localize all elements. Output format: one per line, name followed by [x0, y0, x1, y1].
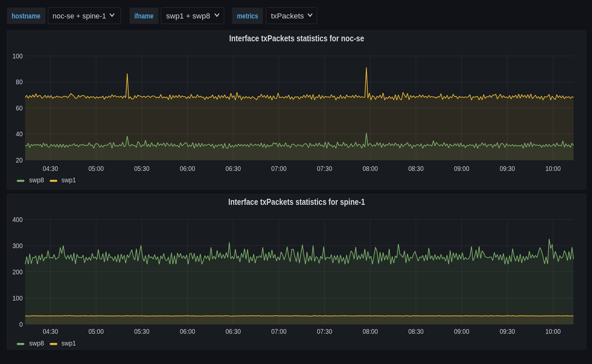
svg-text:06:00: 06:00 [180, 327, 195, 335]
svg-text:08:00: 08:00 [363, 165, 378, 172]
svg-text:05:30: 05:30 [134, 327, 150, 335]
svg-text:06:00: 06:00 [180, 165, 195, 172]
svg-text:400: 400 [12, 216, 23, 223]
svg-text:08:30: 08:30 [408, 165, 424, 172]
svg-text:Interface txPackets statistics: Interface txPackets statistics for spine… [228, 197, 365, 207]
svg-text:ifname: ifname [134, 12, 154, 20]
svg-text:09:30: 09:30 [500, 165, 515, 172]
svg-text:08:30: 08:30 [408, 327, 424, 335]
svg-text:80: 80 [16, 78, 23, 86]
svg-text:06:30: 06:30 [225, 165, 241, 172]
svg-text:09:00: 09:00 [454, 327, 469, 335]
svg-text:07:30: 07:30 [317, 165, 332, 172]
svg-text:metrics: metrics [237, 12, 258, 20]
svg-text:09:30: 09:30 [500, 327, 515, 335]
svg-text:60: 60 [16, 104, 23, 112]
svg-text:07:00: 07:00 [271, 327, 287, 335]
svg-text:noc-se + spine-1: noc-se + spine-1 [53, 12, 106, 20]
svg-text:08:00: 08:00 [363, 327, 378, 335]
svg-text:swp8: swp8 [29, 339, 44, 347]
svg-text:swp1: swp1 [61, 176, 76, 184]
svg-text:100: 100 [12, 52, 23, 60]
svg-text:10:00: 10:00 [545, 327, 561, 335]
svg-text:300: 300 [12, 242, 23, 249]
svg-text:100: 100 [12, 294, 23, 302]
svg-text:07:00: 07:00 [271, 165, 287, 172]
svg-text:swp8: swp8 [29, 176, 44, 184]
svg-text:Interface txPackets statistics: Interface txPackets statistics for noc-s… [229, 33, 364, 43]
svg-text:05:00: 05:00 [88, 327, 104, 335]
svg-text:09:00: 09:00 [454, 165, 469, 172]
svg-text:txPackets: txPackets [271, 12, 304, 20]
svg-text:07:30: 07:30 [317, 327, 332, 335]
svg-text:04:30: 04:30 [43, 327, 58, 335]
svg-text:04:30: 04:30 [43, 165, 58, 172]
svg-text:05:00: 05:00 [88, 165, 104, 172]
svg-text:40: 40 [16, 130, 23, 138]
svg-text:swp1: swp1 [61, 339, 76, 347]
svg-text:05:30: 05:30 [134, 165, 150, 172]
svg-text:06:30: 06:30 [225, 327, 241, 335]
svg-text:10:00: 10:00 [545, 165, 561, 172]
svg-text:hostname: hostname [12, 12, 41, 20]
svg-text:200: 200 [12, 268, 23, 276]
svg-text:20: 20 [16, 156, 23, 164]
svg-text:0: 0 [19, 320, 23, 328]
svg-text:swp1 + swp8: swp1 + swp8 [166, 12, 210, 20]
